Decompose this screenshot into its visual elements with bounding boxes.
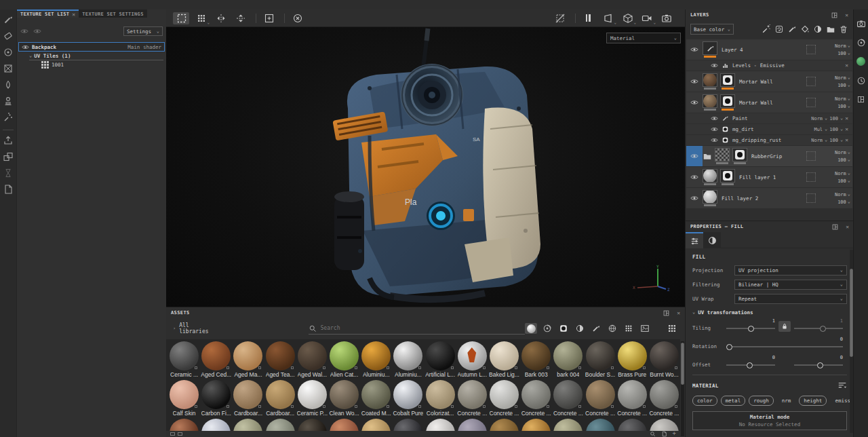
pause-engine-icon[interactable] (580, 12, 596, 24)
asset-item[interactable]: Colorizat... (425, 378, 456, 417)
channel-metal-button[interactable]: metal (721, 396, 746, 406)
switch-2d-3d-icon[interactable] (2, 151, 14, 163)
asset-item[interactable]: Carbon Fi... (200, 378, 232, 417)
channel-color-button[interactable]: color (692, 396, 717, 406)
asset-item[interactable]: Concrete ... (648, 378, 680, 417)
fill-layer-thumbnail[interactable] (703, 169, 717, 183)
layer-name[interactable]: RubberGrip (751, 153, 806, 159)
asset-item[interactable]: Cardboar... (232, 378, 264, 417)
tiling-y-slider[interactable]: 1 (794, 320, 843, 333)
filter-smart-masks-icon[interactable] (557, 323, 570, 334)
camera-animation-icon[interactable]: ⌄ (639, 12, 655, 24)
fill-layer-thumbnail[interactable] (703, 73, 717, 87)
add-frame-icon[interactable] (260, 12, 277, 24)
selection-mode-icon[interactable] (173, 12, 189, 24)
tiling-x-slider[interactable]: 1 (726, 320, 775, 333)
delete-layer-trash-icon[interactable] (839, 24, 848, 34)
asset-item[interactable]: Boulder S... (584, 339, 616, 378)
substance-source-icon[interactable] (856, 37, 866, 48)
mask-thumbnail[interactable] (720, 73, 735, 87)
search-field[interactable] (309, 322, 525, 335)
tab-texture-set-list[interactable]: TEXTURE SET LIST ✕ (17, 10, 79, 18)
paint-tool-icon[interactable] (2, 14, 14, 26)
uv-tile-grid-mode-icon[interactable]: ⌄ (193, 12, 209, 24)
fill-layer-thumbnail[interactable] (703, 94, 717, 108)
filter-filters-icon[interactable] (574, 323, 586, 334)
filtering-dropdown[interactable]: Bilinear | HQ⌄ (734, 280, 847, 290)
layer-name[interactable]: Fill layer 1 (739, 174, 806, 180)
zoom-thumbnails-icon[interactable] (650, 431, 656, 437)
opacity-dropdown[interactable]: 100⌄ (819, 50, 850, 57)
blend-mode-dropdown[interactable]: Norm⌄ (819, 74, 850, 81)
close-panel-icon[interactable]: ✕ (677, 310, 680, 316)
effect-name[interactable]: Levels - Emissive (732, 62, 785, 69)
asset-item[interactable]: Clean Wo... (328, 378, 360, 417)
layer-row[interactable]: Mortar Wall Norm⌄ 100⌄ (686, 92, 852, 113)
group-thumbnail[interactable] (715, 148, 730, 162)
asset-item[interactable]: Autumn L... (456, 339, 488, 378)
add-smart-material-icon[interactable] (813, 24, 823, 34)
layer-name[interactable]: Mortar Wall (739, 100, 806, 106)
remove-effect-icon[interactable]: ✕ (845, 126, 848, 132)
effect-visibility-eye-icon[interactable] (711, 136, 718, 144)
layer-effect-row[interactable]: mg_dripping_rust Norm⌄ 100⌄ ✕ (686, 135, 852, 145)
asset-item[interactable]: Cobalt Pure (392, 378, 424, 417)
particles-tool-icon[interactable] (2, 111, 14, 124)
import-resources-icon[interactable] (661, 431, 667, 437)
screenshot-camera-icon[interactable] (658, 12, 675, 24)
close-panel-icon[interactable]: ✕ (846, 224, 849, 230)
assets-scrollbar[interactable] (681, 341, 684, 436)
undock-panel-icon[interactable] (831, 223, 839, 231)
solo-eye-filter-icon[interactable] (33, 27, 41, 35)
paint-layer-thumbnail[interactable] (703, 41, 717, 55)
eye-filter-icon[interactable] (20, 27, 28, 35)
effect-visibility-eye-icon[interactable] (711, 115, 718, 122)
filter-smart-materials-icon[interactable] (541, 323, 553, 334)
layer-visibility-eye-icon[interactable] (686, 188, 703, 208)
export-textures-icon[interactable] (2, 134, 14, 147)
texture-set-shelf-icon[interactable] (856, 94, 866, 104)
fill-layer-thumbnail[interactable] (703, 190, 717, 204)
blend-mode-dropdown[interactable]: Norm⌄ (819, 149, 850, 156)
undock-panel-icon[interactable] (831, 12, 838, 19)
layer-visibility-eye-icon[interactable] (686, 146, 703, 166)
resources-document-icon[interactable] (2, 183, 14, 195)
settings-dropdown[interactable]: Settings ⌄ (123, 26, 163, 36)
effect-name[interactable]: mg_dripping_rust (732, 137, 781, 143)
effect-visibility-eye-icon[interactable] (711, 126, 718, 133)
asset-item[interactable]: Alien Cat... (328, 339, 360, 378)
uv-tile-1001-row[interactable]: 1001 (41, 60, 166, 69)
viewport-mode-cube-icon[interactable]: ⌄ (619, 12, 635, 24)
layer-effect-row[interactable]: mg_dirt Mul⌄ 100⌄ ✕ (686, 124, 852, 134)
uv-wrap-dropdown[interactable]: Repeat⌄ (734, 294, 847, 304)
tab-fill-properties[interactable] (686, 232, 703, 248)
opacity-dropdown[interactable]: 100⌄ (819, 198, 850, 206)
channel-height-button[interactable]: height (799, 396, 827, 406)
group-folder-icon[interactable] (703, 151, 712, 161)
layer-visibility-eye-icon[interactable] (686, 71, 703, 92)
hide-overlay-icon[interactable] (551, 12, 568, 24)
channel-rough-button[interactable]: rough (749, 396, 774, 406)
rotation-slider[interactable]: 0 (726, 338, 843, 352)
shader-mode-dropdown[interactable]: Material ⌄ (606, 33, 681, 43)
layer-effect-row[interactable]: Paint Norm⌄ 100⌄ ✕ (686, 113, 852, 124)
material-mode-box[interactable]: Material mode No Resource Selected (692, 411, 847, 430)
filter-textures-icon[interactable] (623, 323, 635, 334)
instantiate-layer-icon[interactable] (774, 24, 784, 34)
layer-visibility-eye-icon[interactable] (686, 167, 703, 187)
layer-name[interactable]: Mortar Wall (739, 79, 806, 85)
blend-mode-dropdown[interactable]: Norm⌄ (819, 42, 850, 50)
effect-name[interactable]: Paint (732, 115, 748, 121)
eye-icon[interactable] (22, 43, 29, 51)
layer-row[interactable]: Layer 4 Norm⌄ 100⌄ (686, 39, 852, 60)
material-menu-icon[interactable] (837, 381, 847, 390)
add-resource-icon[interactable]: + (673, 431, 676, 437)
channel-dropdown[interactable]: Base color ⌄ (690, 24, 734, 35)
add-fill-layer-icon[interactable] (800, 24, 810, 34)
blend-mode-dropdown[interactable]: Norm⌄ (819, 191, 850, 198)
asset-item[interactable]: Ceramic ... (168, 339, 200, 378)
mask-thumbnail[interactable] (720, 169, 735, 183)
opacity-dropdown[interactable]: 100⌄ (819, 156, 850, 164)
uv-transformations-section[interactable]: ⌄ UV transformations (692, 309, 847, 316)
asset-item[interactable]: Aged Ma... (232, 339, 264, 378)
